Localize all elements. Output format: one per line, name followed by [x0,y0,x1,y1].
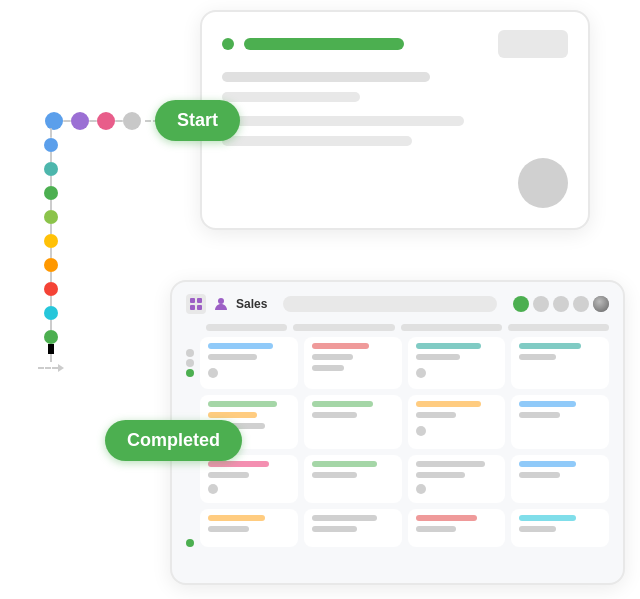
connector [115,120,123,122]
dot-red [44,282,58,296]
sales-person-icon [214,297,228,311]
table-cell [511,455,609,503]
table-cell [304,455,402,503]
table-cell [200,509,298,547]
col-header-2 [293,324,394,331]
header-avatar [593,296,609,312]
vertical-chain [38,128,64,372]
col-header-4 [508,324,609,331]
table-cell [304,395,402,449]
sales-grid-icon [186,294,206,314]
table-cell [408,395,506,449]
table-row [186,455,609,503]
conn-v [50,272,52,282]
dot-yellow [44,234,58,248]
svg-rect-2 [190,305,195,310]
header-dot-gray3[interactable] [573,296,589,312]
table-cell [408,337,506,389]
table-cell [408,509,506,547]
sales-search-bar [283,296,497,312]
svg-rect-1 [197,298,202,303]
table-cell [200,337,298,389]
conn-v [50,200,52,210]
conn-v [50,176,52,186]
table-cell [511,509,609,547]
dot-lime [44,210,58,224]
conn-v [50,296,52,306]
sales-title: Sales [236,297,267,311]
dot-purple [71,112,89,130]
conn-v [50,248,52,258]
card-button [498,30,568,58]
svg-rect-3 [197,305,202,310]
table-cell [511,337,609,389]
dashed-h-arrow [38,367,58,369]
col-header-3 [401,324,502,331]
green-dot [222,38,234,50]
table-row [186,395,609,449]
conn-v [48,344,54,354]
conn-v [50,320,52,330]
table-cell [511,395,609,449]
dot-blue-sm [44,138,58,152]
conn-v [50,152,52,162]
connector [89,120,97,122]
table-cell [304,509,402,547]
start-label: Start [155,100,240,141]
connector [63,120,71,122]
dot-gray [123,112,141,130]
header-dot-gray1[interactable] [533,296,549,312]
header-dot-gray2[interactable] [553,296,569,312]
start-card [200,10,590,230]
card-line-4 [222,136,412,146]
dot-pink [97,112,115,130]
table-col-headers [186,324,609,331]
card-line-2 [222,92,360,102]
table-cell [408,455,506,503]
sales-header-dots [513,296,609,312]
card-line-3 [222,116,464,126]
dot-cyan [44,306,58,320]
col-header-1 [206,324,287,331]
scene: Start Completed Sales [0,0,640,599]
completed-label: Completed [105,420,242,461]
conn-v [50,224,52,234]
table-cell [200,455,298,503]
table-row [186,337,609,389]
dot-green2 [44,330,58,344]
dot-teal [44,162,58,176]
table-cell [304,337,402,389]
header-dot-green[interactable] [513,296,529,312]
dot-green [44,186,58,200]
conn-v [50,128,52,138]
dot-orange [44,258,58,272]
svg-point-4 [218,298,224,304]
table-row [186,509,609,547]
card-green-bar [244,38,404,50]
arrow-head [58,364,64,372]
svg-rect-0 [190,298,195,303]
sales-header: Sales [186,294,609,314]
dashed-v [50,354,52,362]
card-line-1 [222,72,430,82]
card-circle [518,158,568,208]
